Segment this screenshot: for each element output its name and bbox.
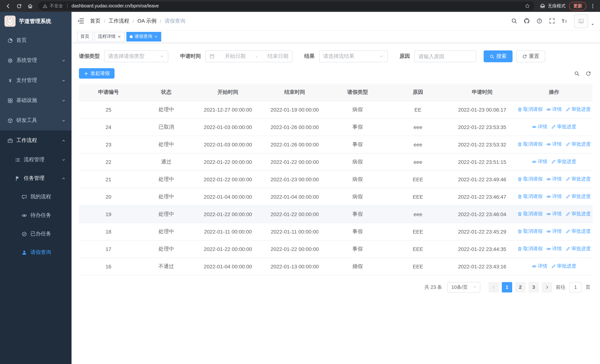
reset-button[interactable]: 重置 — [516, 50, 545, 62]
reload-icon[interactable] — [16, 3, 22, 9]
cancel-action-link[interactable]: 取消请假 — [517, 246, 543, 252]
detail-action-link[interactable]: 详情 — [532, 159, 547, 165]
next-page-button[interactable] — [542, 282, 552, 292]
progress-action-link[interactable]: 审批进度 — [565, 193, 591, 200]
progress-action-link[interactable]: 审批进度 — [551, 159, 576, 165]
page-button[interactable]: 3 — [528, 282, 539, 292]
header-search-icon[interactable] — [511, 18, 517, 24]
table-cell: 2022-01-03 00:00:00 — [195, 136, 261, 153]
sidebar-item[interactable]: 系统管理 — [0, 50, 72, 70]
detail-action-link[interactable]: 详情 — [546, 106, 562, 113]
sidebar-item[interactable]: ¥支付管理 — [0, 70, 72, 90]
tab-label: 首页 — [80, 33, 89, 40]
table-cell: 病假 — [328, 153, 387, 170]
sidebar-item[interactable]: 工作流程 — [0, 131, 72, 150]
detail-action-link[interactable]: 详情 — [532, 263, 547, 270]
create-leave-button[interactable]: 发起请假 — [79, 68, 114, 79]
breadcrumb-separator: / — [133, 18, 134, 24]
table-header-cell: 结束时间 — [261, 84, 328, 101]
cancel-action-link[interactable]: 取消请假 — [517, 141, 543, 148]
table-cell: eee — [387, 118, 449, 136]
font-size-icon[interactable]: TT — [562, 18, 568, 24]
browser-menu-icon[interactable] — [590, 3, 596, 9]
sidebar-item[interactable]: 任务管理 — [0, 169, 72, 187]
table-cell: 22 — [79, 153, 138, 170]
reason-input[interactable] — [414, 50, 476, 62]
jump-page-input[interactable] — [569, 282, 582, 292]
sidebar-item-label: 任务管理 — [24, 175, 45, 182]
sidebar-item[interactable]: 流程管理 — [0, 150, 72, 169]
table-cell: 2022-01-26 00:00:00 — [261, 136, 328, 153]
search-button[interactable]: 搜索 — [484, 50, 513, 62]
toggle-search-icon[interactable] — [574, 71, 580, 76]
avatar[interactable] — [574, 14, 588, 28]
cancel-action-link[interactable]: 取消请假 — [517, 176, 543, 183]
leave-type-select[interactable]: 请选择请假类型 — [104, 50, 168, 62]
delete-icon — [517, 212, 522, 216]
apply-time-range-picker[interactable]: 开始日期 - 结束日期 — [205, 50, 292, 62]
breadcrumb-item[interactable]: 工作流程 — [109, 18, 129, 24]
home-icon[interactable] — [28, 3, 33, 9]
progress-action-link[interactable]: 审批进度 — [565, 176, 591, 183]
cancel-action-link[interactable]: 取消请假 — [517, 228, 543, 235]
detail-action-link[interactable]: 详情 — [546, 193, 562, 200]
help-icon[interactable]: ? — [536, 18, 543, 24]
cancel-action-link[interactable]: 取消请假 — [517, 211, 543, 217]
progress-action-link[interactable]: 审批进度 — [551, 124, 576, 130]
sidebar-item[interactable]: 待办任务 — [0, 206, 72, 225]
cancel-action-link[interactable]: 取消请假 — [517, 106, 543, 113]
breadcrumb-item[interactable]: OA 示例 — [138, 18, 157, 24]
detail-action-link[interactable]: 详情 — [546, 246, 562, 252]
tab[interactable]: 请假查询 — [126, 32, 161, 41]
progress-action-link[interactable]: 审批进度 — [551, 263, 576, 270]
sidebar-item[interactable]: 我的流程 — [0, 187, 72, 206]
table-cell: 处理中 — [138, 136, 195, 153]
sidebar-collapse-icon[interactable] — [77, 18, 84, 24]
page-button[interactable]: 2 — [515, 282, 525, 292]
page-size-select[interactable]: 10条/页 — [447, 282, 480, 292]
detail-action-link[interactable]: 详情 — [546, 211, 562, 217]
tab[interactable]: 首页 — [77, 32, 93, 41]
sidebar-item[interactable]: 基础设施 — [0, 90, 72, 111]
detail-action-link[interactable]: 详情 — [546, 228, 562, 235]
fullscreen-icon[interactable] — [549, 18, 555, 24]
tab[interactable]: 流程详情 — [94, 32, 124, 41]
breadcrumb-item[interactable]: 首页 — [90, 18, 100, 24]
avatar-caret-icon[interactable] — [591, 22, 594, 26]
table-cell: 2022-01-11 00:00:00 — [195, 223, 261, 240]
close-icon[interactable] — [117, 35, 121, 38]
refresh-table-icon[interactable] — [586, 71, 591, 76]
progress-action-link[interactable]: 审批进度 — [565, 211, 591, 217]
create-leave-label: 发起请假 — [90, 70, 110, 77]
table-cell: 2022-01-22 00:00:00 — [195, 240, 261, 258]
github-icon[interactable] — [524, 18, 530, 24]
progress-action-link[interactable]: 审批进度 — [565, 228, 591, 235]
progress-action-link[interactable]: 审批进度 — [565, 141, 591, 148]
result-select[interactable]: 请选择流结果 — [319, 50, 388, 62]
url-bar[interactable]: 不安全 dashboard.yudao.iocoder.cn/bpm/oa/le… — [38, 1, 534, 10]
table-cell: 2022-01-22 23:51:15 — [449, 153, 516, 170]
edit-icon — [565, 142, 570, 147]
progress-action-link[interactable]: 审批进度 — [565, 106, 591, 113]
logo[interactable]: 芋道管理系统 — [0, 12, 72, 30]
progress-action-link[interactable]: 审批进度 — [565, 246, 591, 252]
sidebar-item[interactable]: 请假查询 — [0, 243, 72, 262]
delete-icon — [517, 142, 522, 147]
eye-icon — [532, 159, 537, 164]
prev-page-button[interactable] — [488, 282, 499, 292]
cancel-action-link[interactable]: 取消请假 — [517, 193, 543, 200]
back-icon[interactable] — [5, 3, 11, 9]
close-icon[interactable] — [154, 35, 158, 38]
detail-action-link[interactable]: 详情 — [546, 176, 562, 183]
detail-action-link[interactable]: 详情 — [546, 141, 562, 148]
update-button[interactable]: 更新 — [569, 2, 586, 10]
sidebar-item[interactable]: 研发工具 — [0, 111, 72, 131]
breadcrumb-separator: / — [160, 18, 161, 24]
detail-action-link[interactable]: 详情 — [532, 124, 547, 130]
table-header-cell: 操作 — [516, 84, 593, 101]
page-button[interactable]: 1 — [502, 282, 512, 292]
sidebar-item[interactable]: 已办任务 — [0, 225, 72, 243]
sidebar-item[interactable]: 首页 — [0, 30, 72, 50]
total-count: 共 23 条 — [424, 284, 442, 290]
bookmark-star-icon[interactable] — [525, 3, 530, 9]
